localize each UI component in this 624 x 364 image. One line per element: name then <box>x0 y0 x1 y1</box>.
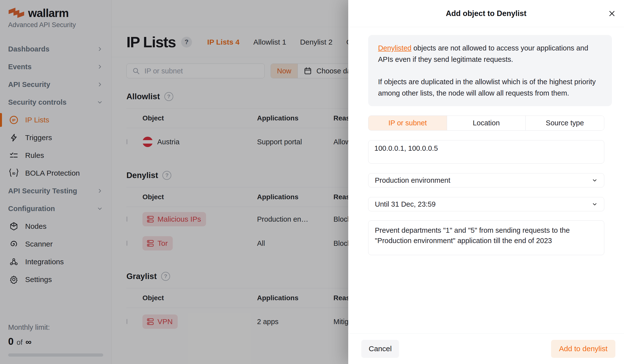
tab-ip-or-subnet[interactable]: IP or subnet <box>368 116 447 130</box>
chevron-down-icon <box>592 201 598 207</box>
close-icon[interactable] <box>607 9 617 18</box>
drawer-header: Add object to Denylist <box>348 0 624 27</box>
drawer-footer: Cancel Add to denylist <box>348 333 624 364</box>
denylist-info-box: Denylisted objects are not allowed to ac… <box>368 35 612 106</box>
chevron-down-icon <box>592 177 598 183</box>
modal-backdrop[interactable] <box>0 0 348 364</box>
application-select[interactable]: Production environment <box>368 173 604 187</box>
description-textarea[interactable]: Prevent departments "1" and "5" from sen… <box>368 220 604 255</box>
denylisted-link[interactable]: Denylisted <box>378 44 411 52</box>
tab-location[interactable]: Location <box>447 116 525 130</box>
cancel-button[interactable]: Cancel <box>361 340 399 358</box>
application-select-value: Production environment <box>375 176 450 184</box>
drawer-title: Add object to Denylist <box>446 9 526 18</box>
until-select[interactable]: Until 31 Dec, 23:59 <box>368 197 604 211</box>
drawer-body: Denylisted objects are not allowed to ac… <box>348 27 624 255</box>
app-screen: wallarm Advanced API Security Dashboards… <box>0 0 624 364</box>
add-to-denylist-drawer: Add object to Denylist Denylisted object… <box>348 0 624 364</box>
info-paragraph-1: Denylisted objects are not allowed to ac… <box>378 42 602 65</box>
ip-or-subnet-input[interactable]: 100.0.0.1, 100.0.0.5 <box>368 140 604 164</box>
object-type-tabs: IP or subnet Location Source type <box>368 116 604 130</box>
until-select-value: Until 31 Dec, 23:59 <box>375 200 436 208</box>
add-to-denylist-button[interactable]: Add to denylist <box>551 340 615 358</box>
tab-source-type[interactable]: Source type <box>525 116 604 130</box>
info-paragraph-2: If objects are duplicated in the allowli… <box>378 76 602 99</box>
